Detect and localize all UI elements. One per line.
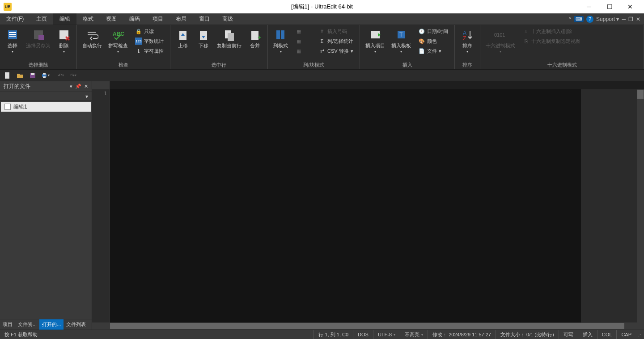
support-dropdown[interactable]: Support ▾ xyxy=(596,16,619,22)
sidebar-tab-browser[interactable]: 文件资... xyxy=(15,319,39,330)
save-selection-button[interactable]: 选择另存为 xyxy=(23,27,53,60)
menu-advanced[interactable]: 高级 xyxy=(216,13,239,25)
svg-rect-16 xyxy=(276,30,280,39)
open-file-button[interactable] xyxy=(15,71,25,80)
sidebar-filter-dropdown[interactable]: ▾ xyxy=(0,92,92,101)
select-icon xyxy=(5,28,20,42)
status-lineend[interactable]: DOS xyxy=(353,330,373,339)
status-col[interactable]: COL xyxy=(597,330,617,339)
sidebar-pin-icon[interactable]: 📌 xyxy=(75,84,81,89)
hex-mode-button[interactable]: 0101十六进制模式▾ xyxy=(483,27,518,60)
menu-project[interactable]: 项目 xyxy=(146,13,169,25)
maximize-button[interactable]: ☐ xyxy=(599,0,620,13)
text-editor[interactable] xyxy=(110,89,581,322)
spellcheck-button[interactable]: ABC 拼写检查▾ xyxy=(106,27,131,60)
svg-text:Z: Z xyxy=(463,35,466,41)
ribbon-collapse-icon[interactable]: ^ xyxy=(568,16,571,22)
sidebar-close-icon[interactable]: ✕ xyxy=(84,84,88,89)
sidebar-dropdown-icon[interactable]: ▾ xyxy=(70,84,72,89)
col-select-stats-button[interactable]: Σ列/选择统计 xyxy=(317,37,355,46)
keyboard-icon[interactable]: ⌨ xyxy=(574,16,584,22)
datetime-icon: 🕐 xyxy=(418,28,425,35)
insert-template-button[interactable]: T插入模板▾ xyxy=(389,27,414,60)
duplicate-line-button[interactable]: 复制当前行 xyxy=(214,27,244,60)
new-file-button[interactable] xyxy=(3,71,13,80)
scroll-thumb[interactable] xyxy=(110,323,624,329)
undo-button[interactable]: ↶ ▾ xyxy=(56,71,66,80)
menu-format[interactable]: 格式 xyxy=(76,13,100,25)
mdi-restore-icon[interactable]: ❐ xyxy=(628,16,633,22)
insert-color-button[interactable]: 🎨颜色 xyxy=(416,37,450,46)
menu-file[interactable]: 文件(F) xyxy=(0,13,30,25)
svg-text:T: T xyxy=(399,32,403,38)
mdi-close-icon[interactable]: ✕ xyxy=(636,16,640,22)
ribbon-group-lines: 上移 下移 复制当前行 +合并 选中行 xyxy=(170,25,268,69)
ribbon-group-column: 列模式▾ ▦ ▦ ▦ #插入号码 Σ列/选择统计 ⇄CSV 转换 ▾ 列/块模式 xyxy=(268,25,360,69)
status-encoding[interactable]: UTF-8 xyxy=(373,330,400,339)
csv-icon: ⇄ xyxy=(318,47,326,54)
readonly-button[interactable]: 🔒只读 xyxy=(133,27,165,36)
delete-button[interactable]: 删除▾ xyxy=(54,27,74,60)
moveup-icon xyxy=(176,28,190,42)
sidebar-tab-list[interactable]: 文件列表 xyxy=(64,319,89,330)
close-button[interactable]: ✕ xyxy=(620,0,640,13)
menu-edit[interactable]: 编辑 xyxy=(53,13,76,25)
menu-window[interactable]: 窗口 xyxy=(193,13,216,25)
hex-ins-icon: ± xyxy=(522,28,530,35)
hex-copy-view-button[interactable]: ⎘十六进制复制选定视图 xyxy=(521,37,582,46)
wordcount-icon: 123 xyxy=(135,38,142,45)
hex-copy-icon: ⎘ xyxy=(522,38,530,45)
menu-layout[interactable]: 布局 xyxy=(169,13,193,25)
line-number: 1 xyxy=(92,90,110,97)
ribbon-group-sort: AZ排序▾ 排序 xyxy=(455,25,480,69)
help-icon[interactable]: ? xyxy=(586,16,593,23)
merge-button[interactable]: +合并 xyxy=(245,27,265,60)
insert-file-button[interactable]: 📄文件 ▾ xyxy=(416,46,450,55)
insert-template-icon: T xyxy=(394,28,408,42)
column-mode-button[interactable]: 列模式▾ xyxy=(271,27,291,60)
open-file-item[interactable]: 编辑1 xyxy=(1,102,91,112)
menu-home[interactable]: 主页 xyxy=(30,13,53,25)
sort-button[interactable]: AZ排序▾ xyxy=(458,27,477,60)
statusbar: 按 F1 获取帮助 行 1, 列 1, C0 DOS UTF-8 不高亮 修改：… xyxy=(0,330,644,339)
main-area: 打开的文件 ▾ 📌 ✕ ▾ 编辑1 项目 文件资... 打开的... 文件列表 … xyxy=(0,81,644,330)
insert-project-button[interactable]: 插入项目▾ xyxy=(363,27,388,60)
ribbon-group-label: 选中行 xyxy=(173,61,265,69)
sidebar: 打开的文件 ▾ 📌 ✕ ▾ 编辑1 项目 文件资... 打开的... 文件列表 xyxy=(0,81,92,330)
save-selection-icon xyxy=(31,28,46,42)
readonly-icon: 🔒 xyxy=(135,28,142,35)
print-button[interactable]: ▾ xyxy=(40,71,50,80)
csv-convert-button[interactable]: ⇄CSV 转换 ▾ xyxy=(317,46,355,55)
mdi-minimize-icon[interactable]: ─ xyxy=(622,16,626,22)
minimap[interactable] xyxy=(581,89,644,322)
resize-grip-icon[interactable]: ⋰ xyxy=(636,332,644,338)
merge-icon: + xyxy=(248,28,262,42)
save-button[interactable] xyxy=(28,71,38,80)
wordcount-button[interactable]: 123字数统计 xyxy=(133,37,165,46)
insert-datetime-button[interactable]: 🕐日期/时间 xyxy=(416,27,450,36)
minimize-button[interactable]: ─ xyxy=(579,0,599,13)
status-highlight[interactable]: 不高亮 xyxy=(400,330,428,339)
scroll-thumb[interactable] xyxy=(637,90,644,99)
char-props-button[interactable]: ℹ字符属性 xyxy=(133,46,165,55)
hex-insert-delete-button[interactable]: ±十六进制插入/删除 xyxy=(521,27,582,36)
horizontal-scrollbar[interactable] xyxy=(92,322,644,330)
select-button[interactable]: 选择▾ xyxy=(3,27,22,60)
status-cap[interactable]: CAP xyxy=(617,330,636,339)
redo-button[interactable]: ↷ ▾ xyxy=(68,71,78,80)
ribbon-group-label: 排序 xyxy=(458,61,477,69)
ribbon-group-label: 插入 xyxy=(363,61,452,69)
menu-view[interactable]: 视图 xyxy=(100,13,123,25)
status-readwrite[interactable]: 可写 xyxy=(559,330,578,339)
status-insert[interactable]: 插入 xyxy=(578,330,597,339)
insert-number-button[interactable]: #插入号码 xyxy=(317,27,355,36)
editor: 0102030405060708090100110120130140 1 xyxy=(92,81,644,330)
vertical-scrollbar[interactable] xyxy=(637,89,644,322)
movedown-button[interactable]: 下移 xyxy=(194,27,213,60)
moveup-button[interactable]: 上移 xyxy=(173,27,193,60)
status-position[interactable]: 行 1, 列 1, C0 xyxy=(314,330,353,339)
sidebar-tab-open[interactable]: 打开的... xyxy=(39,319,64,330)
menu-encoding[interactable]: 编码 xyxy=(123,13,146,25)
wordwrap-button[interactable]: 自动换行 xyxy=(80,27,105,60)
sidebar-tab-project[interactable]: 项目 xyxy=(0,319,15,330)
